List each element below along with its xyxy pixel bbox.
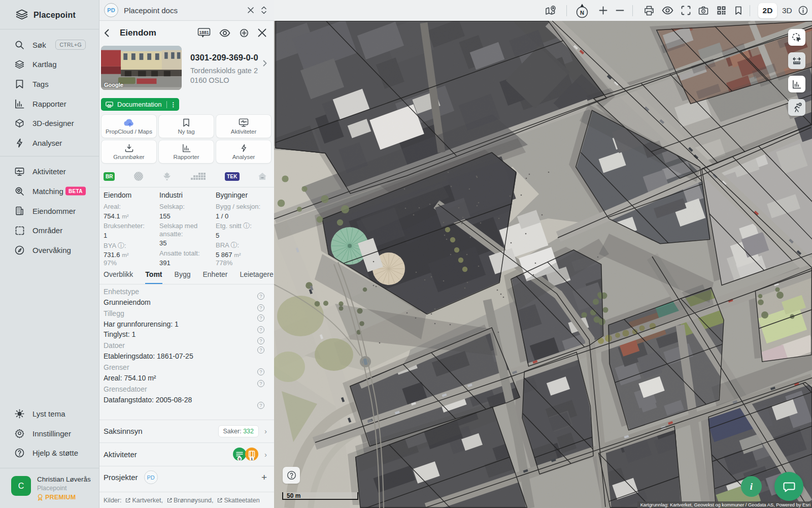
svg-text:1: 1 <box>251 457 253 461</box>
svg-text:N: N <box>580 9 584 15</box>
svg-text:1881: 1881 <box>199 29 209 35</box>
svg-text:0: 0 <box>239 457 241 461</box>
